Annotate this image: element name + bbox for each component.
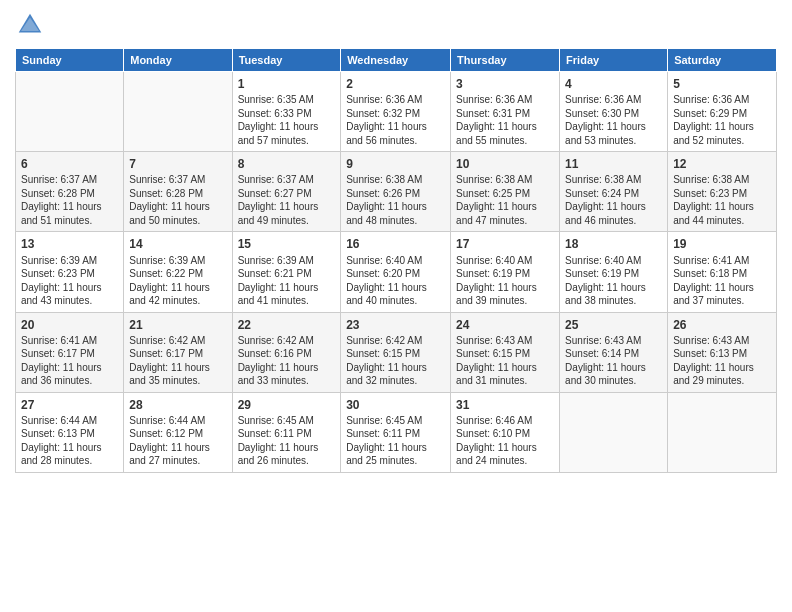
- day-number: 27: [21, 397, 118, 413]
- day-number: 24: [456, 317, 554, 333]
- day-number: 31: [456, 397, 554, 413]
- header-cell-friday: Friday: [560, 49, 668, 72]
- cell-info: Sunrise: 6:39 AM Sunset: 6:21 PM Dayligh…: [238, 254, 336, 308]
- cell-info: Sunrise: 6:40 AM Sunset: 6:20 PM Dayligh…: [346, 254, 445, 308]
- calendar-cell: 10Sunrise: 6:38 AM Sunset: 6:25 PM Dayli…: [451, 152, 560, 232]
- calendar-cell: 22Sunrise: 6:42 AM Sunset: 6:16 PM Dayli…: [232, 312, 341, 392]
- calendar-cell: 30Sunrise: 6:45 AM Sunset: 6:11 PM Dayli…: [341, 392, 451, 472]
- calendar-cell: 18Sunrise: 6:40 AM Sunset: 6:19 PM Dayli…: [560, 232, 668, 312]
- calendar-cell: 15Sunrise: 6:39 AM Sunset: 6:21 PM Dayli…: [232, 232, 341, 312]
- week-row-1: 1Sunrise: 6:35 AM Sunset: 6:33 PM Daylig…: [16, 72, 777, 152]
- calendar-cell: 28Sunrise: 6:44 AM Sunset: 6:12 PM Dayli…: [124, 392, 232, 472]
- day-number: 18: [565, 236, 662, 252]
- day-number: 16: [346, 236, 445, 252]
- cell-info: Sunrise: 6:37 AM Sunset: 6:27 PM Dayligh…: [238, 173, 336, 227]
- calendar-cell: 3Sunrise: 6:36 AM Sunset: 6:31 PM Daylig…: [451, 72, 560, 152]
- calendar-cell: 4Sunrise: 6:36 AM Sunset: 6:30 PM Daylig…: [560, 72, 668, 152]
- calendar-cell: 1Sunrise: 6:35 AM Sunset: 6:33 PM Daylig…: [232, 72, 341, 152]
- week-row-2: 6Sunrise: 6:37 AM Sunset: 6:28 PM Daylig…: [16, 152, 777, 232]
- cell-info: Sunrise: 6:43 AM Sunset: 6:14 PM Dayligh…: [565, 334, 662, 388]
- calendar-cell: 21Sunrise: 6:42 AM Sunset: 6:17 PM Dayli…: [124, 312, 232, 392]
- day-number: 7: [129, 156, 226, 172]
- calendar-cell: 6Sunrise: 6:37 AM Sunset: 6:28 PM Daylig…: [16, 152, 124, 232]
- day-number: 10: [456, 156, 554, 172]
- day-number: 3: [456, 76, 554, 92]
- calendar-cell: 14Sunrise: 6:39 AM Sunset: 6:22 PM Dayli…: [124, 232, 232, 312]
- calendar-cell: 19Sunrise: 6:41 AM Sunset: 6:18 PM Dayli…: [668, 232, 777, 312]
- cell-info: Sunrise: 6:42 AM Sunset: 6:16 PM Dayligh…: [238, 334, 336, 388]
- day-number: 26: [673, 317, 771, 333]
- day-number: 20: [21, 317, 118, 333]
- cell-info: Sunrise: 6:40 AM Sunset: 6:19 PM Dayligh…: [456, 254, 554, 308]
- calendar-cell: 24Sunrise: 6:43 AM Sunset: 6:15 PM Dayli…: [451, 312, 560, 392]
- header: [15, 10, 777, 40]
- day-number: 4: [565, 76, 662, 92]
- calendar-cell: 13Sunrise: 6:39 AM Sunset: 6:23 PM Dayli…: [16, 232, 124, 312]
- day-number: 1: [238, 76, 336, 92]
- cell-info: Sunrise: 6:36 AM Sunset: 6:31 PM Dayligh…: [456, 93, 554, 147]
- day-number: 29: [238, 397, 336, 413]
- cell-info: Sunrise: 6:45 AM Sunset: 6:11 PM Dayligh…: [346, 414, 445, 468]
- calendar-cell: 5Sunrise: 6:36 AM Sunset: 6:29 PM Daylig…: [668, 72, 777, 152]
- day-number: 11: [565, 156, 662, 172]
- header-cell-sunday: Sunday: [16, 49, 124, 72]
- calendar-cell: [668, 392, 777, 472]
- calendar-cell: 16Sunrise: 6:40 AM Sunset: 6:20 PM Dayli…: [341, 232, 451, 312]
- day-number: 2: [346, 76, 445, 92]
- day-number: 17: [456, 236, 554, 252]
- week-row-4: 20Sunrise: 6:41 AM Sunset: 6:17 PM Dayli…: [16, 312, 777, 392]
- week-row-5: 27Sunrise: 6:44 AM Sunset: 6:13 PM Dayli…: [16, 392, 777, 472]
- day-number: 21: [129, 317, 226, 333]
- week-row-3: 13Sunrise: 6:39 AM Sunset: 6:23 PM Dayli…: [16, 232, 777, 312]
- day-number: 5: [673, 76, 771, 92]
- calendar-cell: 31Sunrise: 6:46 AM Sunset: 6:10 PM Dayli…: [451, 392, 560, 472]
- calendar-cell: 9Sunrise: 6:38 AM Sunset: 6:26 PM Daylig…: [341, 152, 451, 232]
- cell-info: Sunrise: 6:43 AM Sunset: 6:13 PM Dayligh…: [673, 334, 771, 388]
- cell-info: Sunrise: 6:37 AM Sunset: 6:28 PM Dayligh…: [21, 173, 118, 227]
- cell-info: Sunrise: 6:38 AM Sunset: 6:25 PM Dayligh…: [456, 173, 554, 227]
- cell-info: Sunrise: 6:44 AM Sunset: 6:13 PM Dayligh…: [21, 414, 118, 468]
- day-number: 19: [673, 236, 771, 252]
- cell-info: Sunrise: 6:44 AM Sunset: 6:12 PM Dayligh…: [129, 414, 226, 468]
- header-cell-tuesday: Tuesday: [232, 49, 341, 72]
- day-number: 25: [565, 317, 662, 333]
- calendar-cell: 12Sunrise: 6:38 AM Sunset: 6:23 PM Dayli…: [668, 152, 777, 232]
- cell-info: Sunrise: 6:39 AM Sunset: 6:23 PM Dayligh…: [21, 254, 118, 308]
- calendar-cell: 25Sunrise: 6:43 AM Sunset: 6:14 PM Dayli…: [560, 312, 668, 392]
- day-number: 13: [21, 236, 118, 252]
- page: SundayMondayTuesdayWednesdayThursdayFrid…: [0, 0, 792, 612]
- cell-info: Sunrise: 6:42 AM Sunset: 6:15 PM Dayligh…: [346, 334, 445, 388]
- cell-info: Sunrise: 6:41 AM Sunset: 6:17 PM Dayligh…: [21, 334, 118, 388]
- cell-info: Sunrise: 6:40 AM Sunset: 6:19 PM Dayligh…: [565, 254, 662, 308]
- calendar-cell: 27Sunrise: 6:44 AM Sunset: 6:13 PM Dayli…: [16, 392, 124, 472]
- logo: [15, 10, 49, 40]
- logo-icon: [15, 10, 45, 40]
- calendar-cell: 23Sunrise: 6:42 AM Sunset: 6:15 PM Dayli…: [341, 312, 451, 392]
- cell-info: Sunrise: 6:37 AM Sunset: 6:28 PM Dayligh…: [129, 173, 226, 227]
- calendar-cell: 17Sunrise: 6:40 AM Sunset: 6:19 PM Dayli…: [451, 232, 560, 312]
- cell-info: Sunrise: 6:38 AM Sunset: 6:24 PM Dayligh…: [565, 173, 662, 227]
- header-cell-saturday: Saturday: [668, 49, 777, 72]
- day-number: 14: [129, 236, 226, 252]
- cell-info: Sunrise: 6:36 AM Sunset: 6:32 PM Dayligh…: [346, 93, 445, 147]
- calendar-table: SundayMondayTuesdayWednesdayThursdayFrid…: [15, 48, 777, 473]
- calendar-cell: 8Sunrise: 6:37 AM Sunset: 6:27 PM Daylig…: [232, 152, 341, 232]
- calendar-cell: [560, 392, 668, 472]
- calendar-cell: 11Sunrise: 6:38 AM Sunset: 6:24 PM Dayli…: [560, 152, 668, 232]
- day-number: 9: [346, 156, 445, 172]
- cell-info: Sunrise: 6:39 AM Sunset: 6:22 PM Dayligh…: [129, 254, 226, 308]
- cell-info: Sunrise: 6:42 AM Sunset: 6:17 PM Dayligh…: [129, 334, 226, 388]
- calendar-cell: 20Sunrise: 6:41 AM Sunset: 6:17 PM Dayli…: [16, 312, 124, 392]
- calendar-cell: 29Sunrise: 6:45 AM Sunset: 6:11 PM Dayli…: [232, 392, 341, 472]
- calendar-cell: [124, 72, 232, 152]
- cell-info: Sunrise: 6:41 AM Sunset: 6:18 PM Dayligh…: [673, 254, 771, 308]
- cell-info: Sunrise: 6:38 AM Sunset: 6:23 PM Dayligh…: [673, 173, 771, 227]
- day-number: 8: [238, 156, 336, 172]
- header-cell-monday: Monday: [124, 49, 232, 72]
- header-cell-wednesday: Wednesday: [341, 49, 451, 72]
- day-number: 22: [238, 317, 336, 333]
- day-number: 6: [21, 156, 118, 172]
- cell-info: Sunrise: 6:46 AM Sunset: 6:10 PM Dayligh…: [456, 414, 554, 468]
- cell-info: Sunrise: 6:45 AM Sunset: 6:11 PM Dayligh…: [238, 414, 336, 468]
- calendar-cell: [16, 72, 124, 152]
